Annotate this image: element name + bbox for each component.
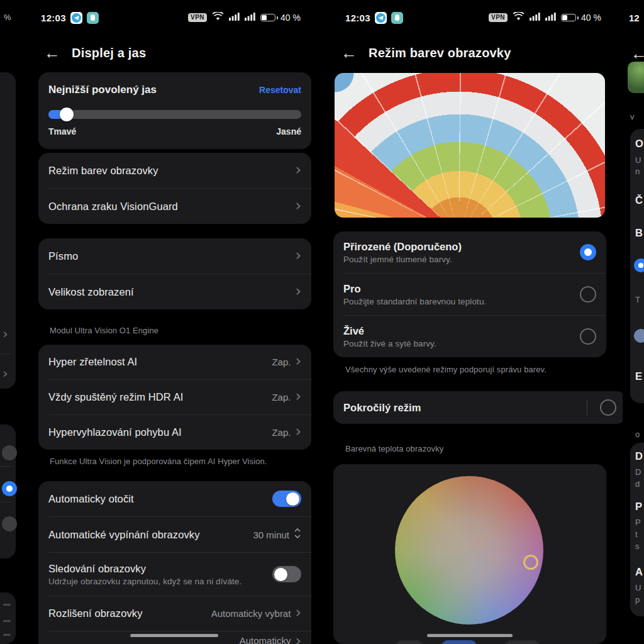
row-subtitle: Udržuje obrazovku zapnutou, když se na n… [48, 577, 272, 586]
color-mode-options-card: Přirozené (Doporučeno) Použít jemné tlum… [333, 231, 606, 357]
home-indicator[interactable] [427, 634, 513, 637]
next-screen-edge: 12 ← v O U n Č B T E o D D d P P t s A U… [623, 0, 644, 644]
partial-button-primary[interactable] [441, 640, 477, 644]
toggle-icon[interactable] [634, 329, 644, 343]
screenshot-canvas: % › › 12:03 [0, 0, 644, 644]
auto-rotate-toggle[interactable] [272, 491, 301, 507]
partial-button[interactable] [396, 640, 423, 644]
chevron-right-icon: › [295, 389, 301, 404]
chevron-right-icon: › [295, 162, 301, 177]
chevron-right-icon: › [3, 326, 8, 341]
section-label-fragment: o [635, 430, 640, 439]
radio-selected-icon[interactable] [634, 258, 644, 272]
home-indicator[interactable] [130, 634, 218, 637]
status-bar: 12:03 VPN 40 % [18, 9, 322, 26]
auto-rotate-row: Automaticky otočit [38, 481, 311, 516]
row-value: Zap. [272, 392, 291, 402]
section-label: Barevná teplota obrazovky [345, 444, 443, 453]
signal-bars-icon [545, 12, 556, 23]
nav-item-display-size[interactable]: Velikost zobrazení › [38, 274, 311, 309]
mode-option-pro[interactable]: Pro Použijte standardní barevnou teplotu… [333, 274, 606, 315]
text-fragment: v [630, 112, 635, 121]
ultra-vision-card: Hyper zřetelnost AI Zap. › Vždy spuštěný… [38, 345, 311, 450]
image-thumbnail-fragment [628, 62, 644, 93]
radio-icon[interactable] [2, 516, 17, 531]
row-value: Automaticky [240, 635, 291, 644]
text-fragment: U [635, 583, 641, 592]
screen-resolution-row[interactable]: Rozlišení obrazovky Automaticky vybrat › [38, 596, 311, 631]
nav-item-font[interactable]: Písmo › [38, 238, 311, 274]
advanced-mode-card[interactable]: Pokročilý režim [333, 391, 623, 424]
font-nav-card: Písmo › Velikost zobrazení › [38, 238, 311, 309]
wifi-icon [513, 12, 525, 23]
telegram-notification-icon [375, 12, 387, 24]
signal-bars-icon [530, 12, 540, 23]
brightness-slider[interactable] [48, 110, 301, 119]
screen-timeout-row[interactable]: Automatické vypínání obrazovky 30 minut [38, 517, 311, 552]
text-fragment: n [635, 167, 640, 176]
radio-selected-icon[interactable] [2, 481, 17, 496]
screen-behavior-card: Automaticky otočit Automatické vypínání … [38, 481, 311, 644]
text-fragment: E [635, 370, 642, 382]
nav-item-motion-smoothing[interactable]: Hypervyhlazování pohybu AI Zap. › [38, 415, 311, 450]
color-temperature-wheel[interactable] [395, 476, 543, 625]
radio-advanced-mode[interactable] [600, 399, 616, 416]
card-title: Nejnižší povolený jas [48, 84, 157, 96]
wheel-selector-ring[interactable] [523, 555, 538, 570]
text-fragment [3, 620, 11, 622]
text-fragment: P [635, 518, 641, 527]
page-header: ← Displej a jas [18, 40, 322, 65]
chevron-right-icon: › [295, 248, 301, 263]
chevron-right-icon: › [295, 198, 301, 213]
battery-percent-fragment: % [4, 13, 11, 22]
section-label: Modul Ultra Vision O1 Engine [50, 326, 158, 335]
clock: 12:03 [345, 13, 370, 23]
partial-button[interactable] [504, 640, 540, 644]
back-arrow-icon[interactable]: ← [44, 45, 65, 61]
reset-link[interactable]: Resetovat [259, 85, 301, 95]
edge-card [0, 592, 16, 644]
nav-item-visionguard[interactable]: Ochrana zraku VisionGuard › [38, 189, 311, 224]
row-value: Zap. [272, 357, 291, 367]
back-arrow-icon[interactable]: ← [341, 45, 362, 61]
divider [0, 502, 11, 502]
back-arrow-icon[interactable]: ← [631, 44, 644, 64]
text-fragment: U [635, 155, 641, 165]
resolution-value: Automaticky vybrat [211, 608, 291, 619]
text-fragment: A [635, 566, 643, 578]
nav-item-color-mode[interactable]: Režim barev obrazovky › [38, 153, 311, 188]
edge-card: D D d P P t s A U p [630, 443, 644, 616]
text-fragment: d [635, 479, 640, 489]
nav-item-hyper-clarity[interactable]: Hyper zřetelnost AI Zap. › [38, 345, 311, 379]
radio-pro[interactable] [580, 286, 596, 303]
min-brightness-card: Nejnižší povolený jas Resetovat Tmavé Ja… [38, 72, 311, 149]
chevron-right-icon: › [295, 424, 301, 439]
app-notification-icon [87, 12, 99, 24]
radio-vivid[interactable] [580, 328, 596, 345]
divider [0, 466, 11, 467]
app-notification-icon [391, 12, 403, 24]
screen-attention-row: Sledování obrazovky Udržuje obrazovku za… [38, 553, 311, 596]
slider-thumb[interactable] [60, 108, 74, 121]
radio-natural[interactable] [580, 244, 596, 260]
text-fragment: T [635, 295, 640, 304]
radio-icon[interactable] [2, 445, 17, 460]
hot-air-balloon-preview-image [335, 73, 605, 218]
text-fragment: t [635, 530, 638, 539]
text-fragment [3, 634, 11, 636]
page-header: ← Režim barev obrazovky [322, 40, 623, 65]
screen-display-settings: 12:03 VPN 40 % [18, 0, 322, 644]
mode-option-vivid[interactable]: Živé Použít živé a syté barvy. [333, 316, 606, 357]
refresh-rate-row-partial[interactable]: Automaticky › [38, 631, 311, 644]
page-title: Režim barev obrazovky [369, 46, 511, 60]
mode-option-natural[interactable]: Přirozené (Doporučeno) Použít jemné tlum… [333, 231, 606, 273]
text-fragment: p [635, 595, 640, 604]
chevron-right-icon: › [295, 353, 301, 369]
vpn-badge-icon: VPN [489, 13, 508, 22]
display-nav-card: Režim barev obrazovky › Ochrana zraku Vi… [38, 153, 311, 224]
wifi-icon [212, 12, 224, 23]
slider-max-label: Jasné [276, 126, 301, 136]
select-updown-icon [294, 527, 301, 542]
screen-attention-toggle[interactable] [272, 566, 301, 582]
nav-item-hdr-ai[interactable]: Vždy spuštěný režim HDR AI Zap. › [38, 380, 311, 414]
